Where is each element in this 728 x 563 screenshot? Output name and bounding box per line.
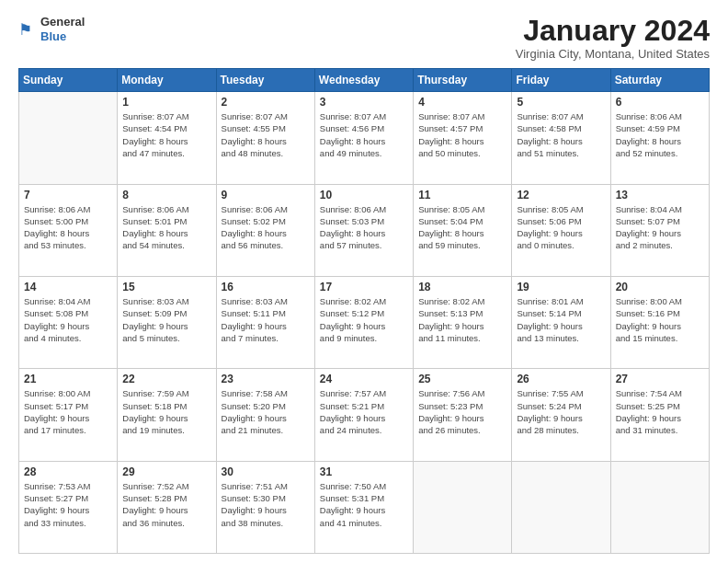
calendar-cell: 13Sunrise: 8:04 AMSunset: 5:07 PMDayligh… bbox=[610, 184, 709, 276]
day-info: Sunrise: 8:07 AMSunset: 4:56 PMDaylight:… bbox=[320, 110, 408, 159]
calendar-cell: 11Sunrise: 8:05 AMSunset: 5:04 PMDayligh… bbox=[414, 184, 512, 276]
day-info: Sunrise: 7:58 AMSunset: 5:20 PMDaylight:… bbox=[222, 387, 310, 436]
day-number: 20 bbox=[616, 281, 704, 293]
calendar-cell: 22Sunrise: 7:59 AMSunset: 5:18 PMDayligh… bbox=[118, 369, 216, 461]
calendar-cell: 3Sunrise: 8:07 AMSunset: 4:56 PMDaylight… bbox=[314, 92, 413, 184]
calendar-cell: 10Sunrise: 8:06 AMSunset: 5:03 PMDayligh… bbox=[314, 184, 413, 276]
calendar-cell: 19Sunrise: 8:01 AMSunset: 5:14 PMDayligh… bbox=[512, 276, 610, 368]
calendar-cell bbox=[414, 461, 512, 553]
calendar-title: January 2024 bbox=[516, 15, 710, 47]
day-info: Sunrise: 7:54 AMSunset: 5:25 PMDaylight:… bbox=[616, 387, 704, 436]
calendar-cell: 25Sunrise: 7:56 AMSunset: 5:23 PMDayligh… bbox=[414, 369, 512, 461]
day-number: 16 bbox=[222, 281, 310, 293]
day-number: 4 bbox=[418, 96, 506, 109]
day-number: 1 bbox=[122, 96, 210, 109]
day-number: 18 bbox=[418, 281, 506, 293]
svg-text:⚑: ⚑ bbox=[18, 20, 32, 37]
day-number: 6 bbox=[616, 96, 704, 109]
day-info: Sunrise: 8:05 AMSunset: 5:04 PMDaylight:… bbox=[418, 203, 506, 252]
day-number: 8 bbox=[122, 189, 210, 201]
calendar-cell: 15Sunrise: 8:03 AMSunset: 5:09 PMDayligh… bbox=[118, 276, 216, 368]
calendar-cell: 20Sunrise: 8:00 AMSunset: 5:16 PMDayligh… bbox=[610, 276, 709, 368]
day-number: 24 bbox=[320, 373, 408, 385]
calendar-cell: 17Sunrise: 8:02 AMSunset: 5:12 PMDayligh… bbox=[314, 276, 413, 368]
calendar-cell: 30Sunrise: 7:51 AMSunset: 5:30 PMDayligh… bbox=[216, 461, 314, 553]
calendar-cell: 8Sunrise: 8:06 AMSunset: 5:01 PMDaylight… bbox=[118, 184, 216, 276]
day-number: 26 bbox=[517, 373, 605, 385]
day-info: Sunrise: 8:04 AMSunset: 5:08 PMDaylight:… bbox=[24, 295, 112, 344]
calendar-table: SundayMondayTuesdayWednesdayThursdayFrid… bbox=[18, 68, 710, 554]
calendar-cell: 2Sunrise: 8:07 AMSunset: 4:55 PMDaylight… bbox=[216, 92, 314, 184]
day-info: Sunrise: 8:07 AMSunset: 4:58 PMDaylight:… bbox=[517, 110, 605, 159]
calendar-cell: 16Sunrise: 8:03 AMSunset: 5:11 PMDayligh… bbox=[216, 276, 314, 368]
logo: ⚑ General Blue bbox=[18, 15, 85, 43]
day-info: Sunrise: 7:59 AMSunset: 5:18 PMDaylight:… bbox=[122, 387, 210, 436]
day-info: Sunrise: 8:03 AMSunset: 5:11 PMDaylight:… bbox=[222, 295, 310, 344]
calendar-cell bbox=[19, 92, 118, 184]
day-number: 29 bbox=[122, 465, 210, 478]
weekday-header-thursday: Thursday bbox=[414, 69, 512, 92]
day-number: 11 bbox=[418, 189, 506, 201]
day-number: 10 bbox=[320, 189, 408, 201]
calendar-cell: 18Sunrise: 8:02 AMSunset: 5:13 PMDayligh… bbox=[414, 276, 512, 368]
day-number: 19 bbox=[517, 281, 605, 293]
day-info: Sunrise: 7:57 AMSunset: 5:21 PMDaylight:… bbox=[320, 387, 408, 436]
day-number: 9 bbox=[222, 189, 310, 201]
day-info: Sunrise: 8:00 AMSunset: 5:17 PMDaylight:… bbox=[24, 387, 112, 436]
day-info: Sunrise: 8:07 AMSunset: 4:54 PMDaylight:… bbox=[122, 110, 210, 159]
day-info: Sunrise: 8:01 AMSunset: 5:14 PMDaylight:… bbox=[517, 295, 605, 344]
weekday-header-saturday: Saturday bbox=[610, 69, 709, 92]
day-info: Sunrise: 8:07 AMSunset: 4:57 PMDaylight:… bbox=[418, 110, 506, 159]
logo-blue-text: Blue bbox=[40, 29, 66, 43]
day-info: Sunrise: 8:07 AMSunset: 4:55 PMDaylight:… bbox=[222, 110, 310, 159]
weekday-header-tuesday: Tuesday bbox=[216, 69, 314, 92]
day-number: 7 bbox=[24, 189, 112, 201]
logo-icon: ⚑ bbox=[18, 19, 39, 40]
day-number: 3 bbox=[320, 96, 408, 109]
calendar-cell: 24Sunrise: 7:57 AMSunset: 5:21 PMDayligh… bbox=[314, 369, 413, 461]
day-number: 15 bbox=[122, 281, 210, 293]
day-number: 5 bbox=[517, 96, 605, 109]
day-number: 14 bbox=[24, 281, 112, 293]
day-number: 13 bbox=[616, 189, 704, 201]
calendar-cell: 6Sunrise: 8:06 AMSunset: 4:59 PMDaylight… bbox=[610, 92, 709, 184]
calendar-cell: 1Sunrise: 8:07 AMSunset: 4:54 PMDaylight… bbox=[118, 92, 216, 184]
calendar-cell: 5Sunrise: 8:07 AMSunset: 4:58 PMDaylight… bbox=[512, 92, 610, 184]
day-info: Sunrise: 7:51 AMSunset: 5:30 PMDaylight:… bbox=[222, 480, 310, 529]
calendar-cell: 12Sunrise: 8:05 AMSunset: 5:06 PMDayligh… bbox=[512, 184, 610, 276]
calendar-subtitle: Virginia City, Montana, United States bbox=[516, 47, 710, 61]
calendar-cell: 31Sunrise: 7:50 AMSunset: 5:31 PMDayligh… bbox=[314, 461, 413, 553]
day-number: 31 bbox=[320, 465, 408, 478]
calendar-cell: 27Sunrise: 7:54 AMSunset: 5:25 PMDayligh… bbox=[610, 369, 709, 461]
calendar-cell: 21Sunrise: 8:00 AMSunset: 5:17 PMDayligh… bbox=[19, 369, 118, 461]
calendar-cell bbox=[512, 461, 610, 553]
calendar-cell: 14Sunrise: 8:04 AMSunset: 5:08 PMDayligh… bbox=[19, 276, 118, 368]
day-number: 22 bbox=[122, 373, 210, 385]
logo-general-text: General bbox=[40, 15, 85, 29]
day-number: 12 bbox=[517, 189, 605, 201]
day-info: Sunrise: 8:06 AMSunset: 5:03 PMDaylight:… bbox=[320, 203, 408, 252]
calendar-cell: 28Sunrise: 7:53 AMSunset: 5:27 PMDayligh… bbox=[19, 461, 118, 553]
day-info: Sunrise: 8:06 AMSunset: 5:01 PMDaylight:… bbox=[122, 203, 210, 252]
day-info: Sunrise: 7:52 AMSunset: 5:28 PMDaylight:… bbox=[122, 480, 210, 529]
weekday-header-friday: Friday bbox=[512, 69, 610, 92]
day-info: Sunrise: 8:02 AMSunset: 5:12 PMDaylight:… bbox=[320, 295, 408, 344]
weekday-header-monday: Monday bbox=[118, 69, 216, 92]
day-number: 28 bbox=[24, 465, 112, 478]
calendar-cell: 4Sunrise: 8:07 AMSunset: 4:57 PMDaylight… bbox=[414, 92, 512, 184]
calendar-cell bbox=[610, 461, 709, 553]
calendar-cell: 7Sunrise: 8:06 AMSunset: 5:00 PMDaylight… bbox=[19, 184, 118, 276]
day-info: Sunrise: 8:06 AMSunset: 5:00 PMDaylight:… bbox=[24, 203, 112, 252]
day-number: 2 bbox=[222, 96, 310, 109]
day-info: Sunrise: 7:50 AMSunset: 5:31 PMDaylight:… bbox=[320, 480, 408, 529]
day-info: Sunrise: 7:56 AMSunset: 5:23 PMDaylight:… bbox=[418, 387, 506, 436]
weekday-header-sunday: Sunday bbox=[19, 69, 118, 92]
day-info: Sunrise: 7:53 AMSunset: 5:27 PMDaylight:… bbox=[24, 480, 112, 529]
calendar-cell: 23Sunrise: 7:58 AMSunset: 5:20 PMDayligh… bbox=[216, 369, 314, 461]
weekday-header-wednesday: Wednesday bbox=[314, 69, 413, 92]
day-info: Sunrise: 8:02 AMSunset: 5:13 PMDaylight:… bbox=[418, 295, 506, 344]
day-number: 27 bbox=[616, 373, 704, 385]
day-number: 21 bbox=[24, 373, 112, 385]
day-number: 30 bbox=[222, 465, 310, 478]
calendar-cell: 9Sunrise: 8:06 AMSunset: 5:02 PMDaylight… bbox=[216, 184, 314, 276]
